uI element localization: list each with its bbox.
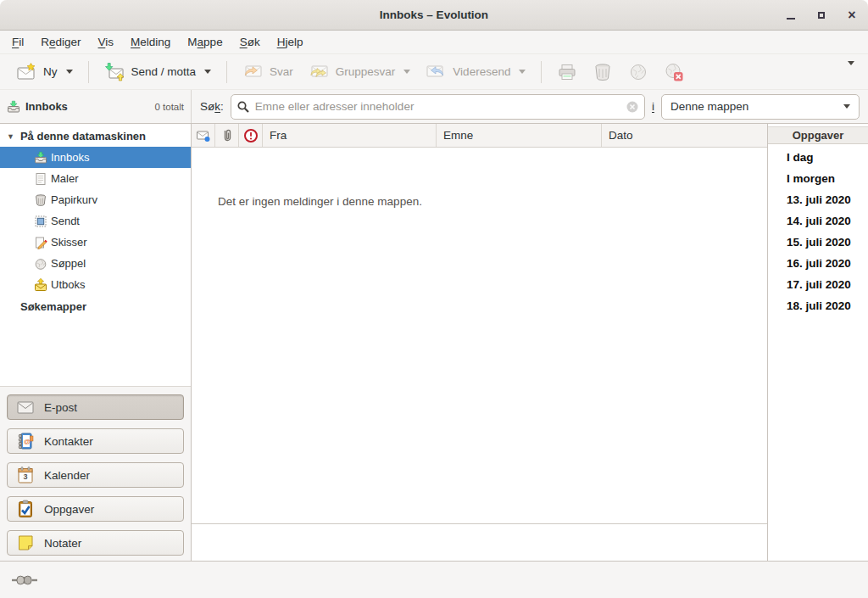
toolbar-separator <box>226 61 227 83</box>
send-receive-icon <box>104 62 125 82</box>
folder-header: Innboks 0 totalt <box>0 90 192 123</box>
toolbar-separator <box>88 61 89 83</box>
message-list-pane: Fra Emne Dato Det er ingen meldinger i d… <box>192 124 767 561</box>
column-important[interactable] <box>239 124 263 147</box>
close-button[interactable]: × <box>843 6 861 25</box>
switcher-notater-button[interactable]: Notater <box>7 530 184 556</box>
svg-text:@: @ <box>24 438 31 445</box>
online-status-button[interactable] <box>12 574 37 586</box>
group-reply-dropdown-arrow-icon <box>403 70 410 74</box>
message-count: 0 totalt <box>154 102 184 112</box>
task-group-date[interactable]: 14. juli 2020 <box>768 210 868 232</box>
folder-sendt[interactable]: Sendt <box>0 210 191 232</box>
tree-root-sokemapper[interactable]: Søkemapper <box>0 295 191 317</box>
switcher-oppgaver-button[interactable]: Oppgaver <box>7 496 184 522</box>
column-attachment[interactable] <box>215 124 239 147</box>
task-group-date[interactable]: 16. juli 2020 <box>768 253 868 274</box>
online-status-icon <box>12 574 37 586</box>
trash-icon <box>34 193 47 207</box>
not-junk-button[interactable] <box>656 58 692 87</box>
task-pane: Oppgaver I dag I morgen 13. juli 2020 14… <box>767 124 868 561</box>
send-receive-button[interactable]: Send / motta <box>97 58 220 87</box>
toolbar: Ny Send / motta Svar Gruppesvar Viderese… <box>0 54 868 90</box>
switcher-kalender-button[interactable]: 3 Kalender <box>7 462 184 488</box>
main-content: ▼ På denne datamaskinen Innboks Maler Pa… <box>0 124 868 561</box>
view-switcher: E-post @ Kontakter 3 Kalender Oppgaver N… <box>0 386 191 561</box>
group-reply-button[interactable]: Gruppesvar <box>301 58 419 87</box>
menu-sok[interactable]: Søk <box>231 32 269 52</box>
clear-icon[interactable] <box>626 100 639 114</box>
inbox-icon <box>7 100 20 114</box>
menu-mappe[interactable]: Mappe <box>179 32 231 52</box>
send-receive-dropdown-arrow-icon <box>204 70 211 74</box>
message-list-body: Det er ingen meldinger i denne mappen. <box>192 148 767 561</box>
folder-maler[interactable]: Maler <box>0 168 191 189</box>
calendar-icon: 3 <box>15 465 36 485</box>
empty-folder-message: Det er ingen meldinger i denne mappen. <box>218 195 422 208</box>
window-controls: × <box>782 0 861 30</box>
folder-soppel[interactable]: Søppel <box>0 253 191 274</box>
templates-icon <box>34 172 47 186</box>
maximize-icon <box>818 12 825 19</box>
folder-utboks[interactable]: Utboks <box>0 274 191 295</box>
folder-innboks[interactable]: Innboks <box>0 147 191 168</box>
scope-in-label: i <box>652 100 654 113</box>
toolbar-separator <box>541 61 542 83</box>
column-dato[interactable]: Dato <box>602 124 767 147</box>
folder-papirkurv[interactable]: Papirkurv <box>0 189 191 210</box>
task-list: I dag I morgen 13. juli 2020 14. juli 20… <box>768 144 868 316</box>
switcher-kontakter-button[interactable]: @ Kontakter <box>7 428 184 454</box>
folder-skisser[interactable]: Skisser <box>0 232 191 253</box>
minimize-button[interactable] <box>782 6 800 25</box>
toolbar-overflow-button[interactable] <box>841 62 860 81</box>
group-reply-icon <box>309 62 329 82</box>
search-scope-combobox[interactable]: Denne mappen <box>661 94 860 120</box>
overflow-arrow-icon <box>848 61 854 78</box>
menu-melding[interactable]: Melding <box>122 32 179 52</box>
task-group-i-morgen[interactable]: I morgen <box>768 168 868 189</box>
menu-vis[interactable]: Vis <box>90 32 123 52</box>
task-group-date[interactable]: 18. juli 2020 <box>768 295 868 316</box>
reply-button[interactable]: Svar <box>235 58 301 87</box>
attachment-column-icon <box>220 128 235 143</box>
menu-hjelp[interactable]: Hjelp <box>269 32 312 52</box>
outbox-icon <box>34 278 47 292</box>
search-input[interactable] <box>255 100 620 113</box>
sent-icon <box>34 215 47 228</box>
task-group-date[interactable]: 15. juli 2020 <box>768 232 868 253</box>
forward-button[interactable]: Videresend <box>418 58 533 87</box>
notes-icon <box>15 533 36 553</box>
task-group-i-dag[interactable]: I dag <box>768 147 868 168</box>
new-message-button[interactable]: Ny <box>8 58 81 87</box>
task-group-date[interactable]: 13. juli 2020 <box>768 189 868 210</box>
junk-icon <box>628 62 648 82</box>
column-fra[interactable]: Fra <box>263 124 437 147</box>
inbox-icon <box>34 151 47 165</box>
tree-root-on-this-computer[interactable]: ▼ På denne datamaskinen <box>0 126 191 147</box>
preview-pane-splitter[interactable] <box>192 523 767 524</box>
column-status[interactable] <box>192 124 215 147</box>
delete-icon <box>593 62 613 82</box>
close-icon: × <box>848 8 855 22</box>
junk-button[interactable] <box>620 58 656 87</box>
search-box <box>231 94 645 120</box>
mail-icon <box>15 397 36 417</box>
message-list-header: Fra Emne Dato <box>192 124 767 148</box>
status-bar <box>0 561 868 598</box>
window-title: Innboks – Evolution <box>380 8 488 21</box>
task-pane-header: Oppgaver <box>768 126 868 144</box>
current-folder-label: Innboks <box>25 100 149 113</box>
task-group-date[interactable]: 17. juli 2020 <box>768 274 868 295</box>
junk-icon <box>34 257 47 271</box>
contacts-icon: @ <box>15 431 36 451</box>
maximize-button[interactable] <box>812 6 831 25</box>
menu-rediger[interactable]: Rediger <box>32 32 89 52</box>
expander-icon[interactable]: ▼ <box>7 132 14 141</box>
switcher-epost-button[interactable]: E-post <box>7 394 184 420</box>
print-button[interactable] <box>549 58 585 87</box>
status-column-icon <box>196 128 211 143</box>
important-column-icon <box>243 128 259 143</box>
menu-fil[interactable]: Fil <box>3 32 32 52</box>
column-emne[interactable]: Emne <box>437 124 602 147</box>
delete-button[interactable] <box>585 58 620 87</box>
